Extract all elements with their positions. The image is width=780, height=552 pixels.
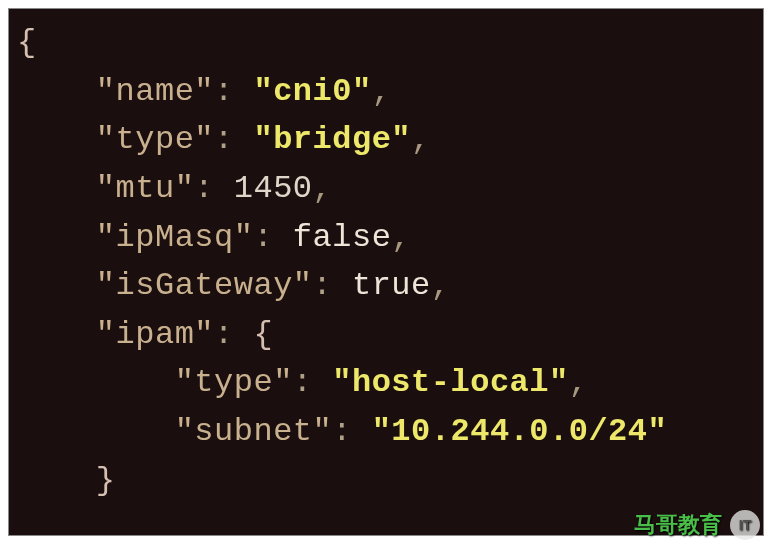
json-key: "mtu" <box>96 170 195 207</box>
json-string: "10.244.0.0/24" <box>372 413 668 450</box>
json-key: "type" <box>96 121 214 158</box>
json-string: "cni0" <box>253 73 371 110</box>
code-line-ipam-type: "type": "host-local", <box>17 359 755 408</box>
code-line-mtu: "mtu": 1450, <box>17 165 755 214</box>
code-line-ipmasq: "ipMasq": false, <box>17 214 755 263</box>
watermark: 马哥教育 IT <box>634 510 760 540</box>
watermark-text: 马哥教育 <box>634 510 722 540</box>
code-line-ipam: "ipam": { <box>17 311 755 360</box>
json-string: "host-local" <box>332 364 568 401</box>
open-brace: { <box>253 316 273 353</box>
json-key: "ipam" <box>96 316 214 353</box>
code-line-ipam-subnet: "subnet": "10.244.0.0/24" <box>17 408 755 457</box>
json-key: "ipMasq" <box>96 219 254 256</box>
json-string: "bridge" <box>253 121 411 158</box>
json-boolean: true <box>352 267 431 304</box>
watermark-badge-icon: IT <box>730 510 760 540</box>
close-brace: } <box>96 462 116 499</box>
json-boolean: false <box>293 219 392 256</box>
code-line-name: "name": "cni0", <box>17 68 755 117</box>
code-line-ipam-close: } <box>17 457 755 506</box>
json-key: "name" <box>96 73 214 110</box>
code-line-type: "type": "bridge", <box>17 116 755 165</box>
json-key: "type" <box>175 364 293 401</box>
code-line-open: { <box>17 19 755 68</box>
json-number: 1450 <box>234 170 313 207</box>
json-code-block: { "name": "cni0", "type": "bridge", "mtu… <box>8 8 764 536</box>
open-brace: { <box>17 24 37 61</box>
code-line-isgateway: "isGateway": true, <box>17 262 755 311</box>
json-key: "subnet" <box>175 413 333 450</box>
json-key: "isGateway" <box>96 267 313 304</box>
